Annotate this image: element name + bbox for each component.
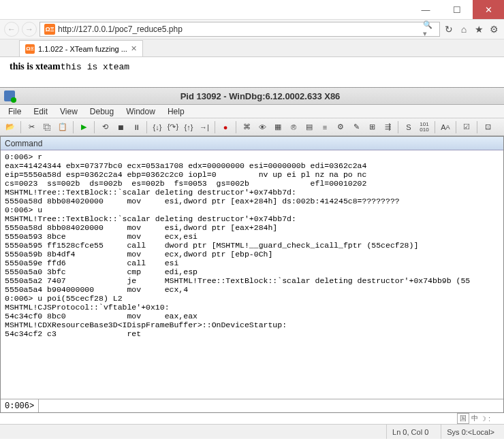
- scratch-window-icon[interactable]: ✎: [349, 120, 364, 134]
- tab-xampp-icon: ΩΞ: [25, 44, 35, 54]
- windbg-title: Pid 13092 - WinDbg:6.12.0002.633 X86: [20, 91, 500, 101]
- run-to-cursor-icon[interactable]: →|: [197, 120, 212, 134]
- status-bar: Ln 0, Col 0 Sys 0:<Local>: [0, 424, 504, 439]
- browser-toolbar: ← → ΩΞ http://127.0.0.1/poc7_reduce5.php…: [0, 19, 504, 39]
- address-bar[interactable]: ΩΞ http://127.0.0.1/poc7_reduce5.php 🔍▾: [40, 22, 440, 37]
- watch-window-icon[interactable]: 👁: [255, 120, 270, 134]
- menu-help[interactable]: Help: [162, 105, 190, 118]
- tab-strip: ΩΞ 1.1.022 - XTeam fuzzing ... ✕: [0, 39, 504, 57]
- ime-badge-2[interactable]: 中: [471, 414, 478, 423]
- breakpoint-icon[interactable]: ●: [218, 120, 233, 134]
- page-text-mono: this is xteam: [61, 62, 129, 72]
- browser-title-bar: — ☐ ✕: [0, 0, 504, 19]
- stop-icon[interactable]: ⏹: [113, 120, 128, 134]
- refresh-icon[interactable]: ↻: [443, 23, 455, 35]
- windbg-title-bar: Pid 13092 - WinDbg:6.12.0002.633 X86: [0, 87, 504, 105]
- favorites-icon[interactable]: ★: [473, 23, 485, 35]
- memory-window-icon[interactable]: ▤: [302, 120, 317, 134]
- registers-window-icon[interactable]: ®: [286, 120, 301, 134]
- browser-tab[interactable]: ΩΞ 1.1.022 - XTeam fuzzing ... ✕: [19, 40, 143, 56]
- menu-window[interactable]: Window: [121, 105, 161, 118]
- step-over-icon[interactable]: {↷}: [166, 120, 180, 134]
- back-button[interactable]: ←: [4, 22, 19, 37]
- font-icon[interactable]: AA: [438, 120, 453, 134]
- minimize-button[interactable]: —: [410, 0, 441, 19]
- command-pane-title: Command: [1, 137, 503, 150]
- command-input[interactable]: [39, 399, 503, 412]
- windbg-icon: [4, 90, 15, 101]
- search-dropdown-icon[interactable]: 🔍▾: [423, 23, 435, 35]
- command-input-row: 0:006>: [1, 399, 503, 412]
- break-icon[interactable]: ⏸: [129, 120, 144, 134]
- tab-close-icon[interactable]: ✕: [131, 44, 137, 53]
- locals-window-icon[interactable]: ▦: [270, 120, 285, 134]
- binary-icon[interactable]: 101010: [417, 120, 432, 134]
- close-button[interactable]: ✕: [473, 0, 504, 19]
- maximize-button[interactable]: ☐: [441, 0, 473, 19]
- command-window-icon[interactable]: ⌘: [239, 120, 254, 134]
- cut-icon[interactable]: ✂: [24, 120, 39, 134]
- ime-badge-1[interactable]: 国: [457, 413, 469, 424]
- ime-badge-4[interactable]: :: [488, 415, 490, 423]
- xampp-icon: ΩΞ: [44, 24, 55, 35]
- status-sys: Sys 0:<Local>: [441, 425, 500, 439]
- settings-icon[interactable]: ⚙: [488, 23, 500, 35]
- step-out-icon[interactable]: {↑}: [181, 120, 196, 134]
- window-arrange-icon[interactable]: ⊡: [480, 120, 495, 134]
- browser-page-content: this is xteamthis is xteam: [0, 57, 504, 87]
- copy-icon[interactable]: ⿻: [40, 120, 54, 134]
- step-into-icon[interactable]: {↓}: [150, 120, 165, 134]
- options-icon[interactable]: ☑: [459, 120, 474, 134]
- command-output[interactable]: 0:006> r eax=41424344 ebx=07377bc0 ecx=0…: [1, 150, 503, 399]
- callstack-window-icon[interactable]: ≡: [317, 120, 332, 134]
- page-text-bold: this is xteam: [10, 61, 61, 71]
- disasm-window-icon[interactable]: ⚙: [333, 120, 348, 134]
- processes-window-icon[interactable]: ⊞: [364, 120, 379, 134]
- source-mode-icon[interactable]: S: [401, 120, 416, 134]
- status-position: Ln 0, Col 0: [386, 425, 434, 439]
- menu-view[interactable]: View: [54, 105, 83, 118]
- windbg-toolbar: 📂 ✂ ⿻ 📋 ▶ ⟲ ⏹ ⏸ {↓} {↷} {↑} →| ● ⌘ 👁 ▦ ®…: [0, 118, 504, 136]
- menu-bar: File Edit View Debug Window Help: [0, 105, 504, 118]
- go-icon[interactable]: ▶: [76, 120, 91, 134]
- restart-icon[interactable]: ⟲: [97, 120, 112, 134]
- tab-title: 1.1.022 - XTeam fuzzing ...: [38, 45, 127, 53]
- threads-window-icon[interactable]: ⇶: [380, 120, 395, 134]
- url-text: http://127.0.0.1/poc7_reduce5.php: [58, 24, 420, 34]
- command-prompt: 0:006>: [1, 399, 39, 412]
- home-icon[interactable]: ⌂: [458, 23, 470, 35]
- paste-icon[interactable]: 📋: [55, 120, 70, 134]
- ime-indicator-row: 国 中 ☽ :: [0, 413, 504, 424]
- menu-debug[interactable]: Debug: [84, 105, 119, 118]
- menu-file[interactable]: File: [3, 105, 27, 118]
- open-icon[interactable]: 📂: [3, 120, 18, 134]
- menu-edit[interactable]: Edit: [28, 105, 53, 118]
- ime-badge-3[interactable]: ☽: [480, 415, 486, 423]
- command-pane: Command 0:006> r eax=41424344 ebx=07377b…: [0, 136, 504, 413]
- forward-button[interactable]: →: [22, 22, 37, 37]
